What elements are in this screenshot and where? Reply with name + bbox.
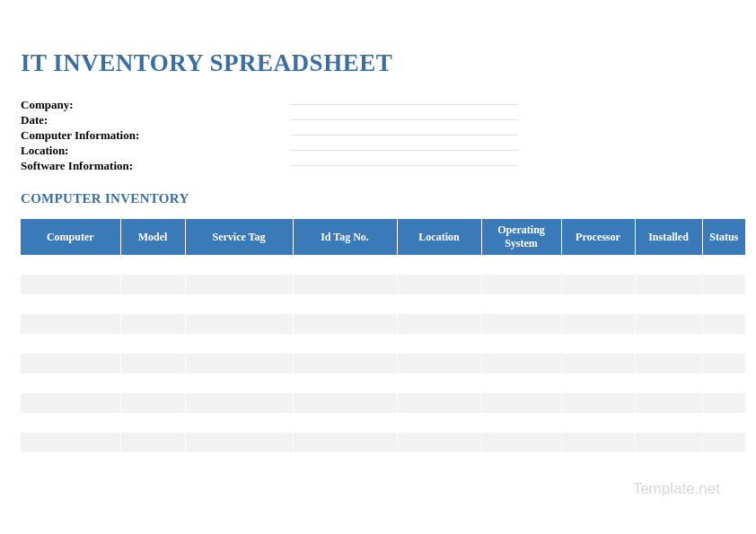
table-cell-model	[120, 334, 185, 354]
table-cell-location	[397, 433, 481, 452]
table-row	[21, 413, 745, 433]
table-cell-computer	[21, 433, 120, 452]
table-cell-installed	[635, 393, 702, 413]
table-cell-model	[120, 413, 185, 433]
table-cell-os	[481, 433, 561, 452]
table-cell-installed	[635, 294, 702, 314]
table-cell-location	[397, 373, 481, 393]
header-id-tag: Id Tag No.	[293, 219, 397, 255]
table-row	[21, 393, 745, 413]
page-title: IT INVENTORY SPREADSHEET	[21, 49, 740, 77]
header-location: Location	[397, 219, 481, 255]
table-cell-service_tag	[185, 413, 293, 433]
table-cell-status	[702, 275, 745, 294]
header-processor: Processor	[561, 219, 635, 255]
software-info-field-line	[290, 165, 518, 166]
table-cell-os	[481, 354, 561, 373]
computer-info-field-line	[290, 135, 518, 136]
table-cell-id_tag	[293, 314, 397, 334]
table-cell-os	[481, 413, 561, 433]
table-cell-service_tag	[185, 294, 293, 314]
company-label: Company:	[21, 98, 290, 112]
table-cell-location	[397, 413, 481, 433]
table-cell-id_tag	[293, 275, 397, 294]
table-cell-installed	[635, 373, 702, 393]
table-cell-os	[481, 275, 561, 294]
table-cell-computer	[21, 294, 120, 314]
table-cell-processor	[561, 354, 635, 373]
info-row-date: Date:	[21, 112, 740, 127]
table-cell-os	[481, 334, 561, 354]
table-cell-processor	[561, 334, 635, 354]
table-cell-os	[481, 255, 561, 275]
table-cell-status	[702, 393, 745, 413]
table-cell-model	[120, 275, 185, 294]
table-cell-status	[702, 314, 745, 334]
table-cell-processor	[561, 373, 635, 393]
table-cell-id_tag	[293, 393, 397, 413]
table-cell-os	[481, 452, 561, 472]
table-cell-status	[702, 433, 745, 452]
date-label: Date:	[21, 113, 290, 127]
table-row	[21, 452, 745, 472]
table-cell-service_tag	[185, 433, 293, 452]
table-cell-id_tag	[293, 373, 397, 393]
table-cell-location	[397, 275, 481, 294]
table-cell-status	[702, 413, 745, 433]
table-cell-id_tag	[293, 354, 397, 373]
info-row-location: Location:	[21, 143, 740, 158]
table-cell-computer	[21, 373, 120, 393]
table-cell-status	[702, 354, 745, 373]
table-cell-computer	[21, 275, 120, 294]
table-cell-processor	[561, 452, 635, 472]
header-installed: Installed	[635, 219, 702, 255]
info-row-computer-info: Computer Information:	[21, 127, 740, 143]
header-service-tag: Service Tag	[185, 219, 293, 255]
table-cell-installed	[635, 314, 702, 334]
table-cell-installed	[635, 452, 702, 472]
table-cell-status	[702, 373, 745, 393]
table-header-row: Computer Model Service Tag Id Tag No. Lo…	[21, 219, 745, 255]
computer-info-label: Computer Information:	[21, 128, 290, 143]
table-cell-location	[397, 393, 481, 413]
header-status: Status	[702, 219, 745, 255]
watermark: Template.net	[633, 480, 720, 498]
table-cell-processor	[561, 393, 635, 413]
table-cell-processor	[561, 255, 635, 275]
table-cell-id_tag	[293, 413, 397, 433]
table-cell-service_tag	[185, 255, 293, 275]
table-row	[21, 334, 745, 354]
table-cell-id_tag	[293, 433, 397, 452]
table-cell-id_tag	[293, 452, 397, 472]
table-cell-processor	[561, 433, 635, 452]
company-field-line	[290, 104, 518, 105]
table-cell-location	[397, 314, 481, 334]
info-row-company: Company:	[21, 97, 740, 112]
table-cell-installed	[635, 255, 702, 275]
table-cell-service_tag	[185, 393, 293, 413]
table-row	[21, 255, 745, 275]
table-cell-computer	[21, 393, 120, 413]
table-cell-computer	[21, 354, 120, 373]
table-cell-service_tag	[185, 314, 293, 334]
table-cell-computer	[21, 334, 120, 354]
table-cell-computer	[21, 413, 120, 433]
table-cell-os	[481, 314, 561, 334]
table-row	[21, 433, 745, 452]
table-cell-service_tag	[185, 334, 293, 354]
table-cell-id_tag	[293, 334, 397, 354]
date-field-line	[290, 119, 518, 120]
table-cell-processor	[561, 314, 635, 334]
table-cell-service_tag	[185, 354, 293, 373]
table-cell-service_tag	[185, 275, 293, 294]
table-cell-os	[481, 373, 561, 393]
table-cell-processor	[561, 413, 635, 433]
table-cell-location	[397, 334, 481, 354]
software-info-label: Software Information:	[21, 159, 290, 173]
table-cell-status	[702, 452, 745, 472]
table-row	[21, 354, 745, 373]
table-cell-model	[120, 314, 185, 334]
table-cell-processor	[561, 294, 635, 314]
table-cell-computer	[21, 314, 120, 334]
header-computer: Computer	[21, 219, 120, 255]
